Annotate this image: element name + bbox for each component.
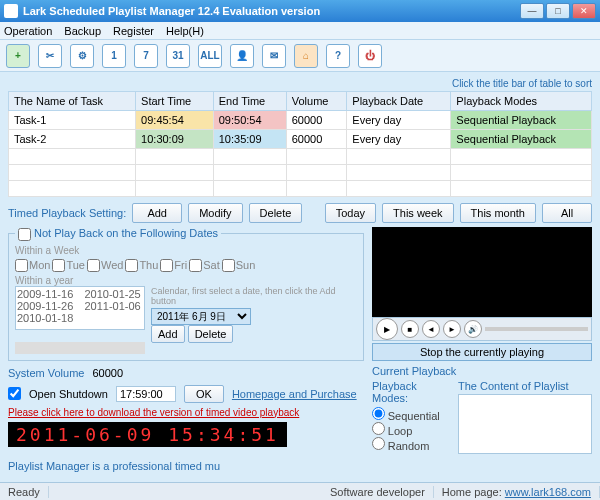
menu-operation[interactable]: Operation bbox=[4, 25, 52, 37]
digital-clock: 2011-06-09 15:34:51 bbox=[8, 422, 287, 447]
withinweek-label: Within a Week bbox=[15, 245, 357, 256]
cut-icon[interactable]: ✂ bbox=[38, 44, 62, 68]
close-button[interactable]: ✕ bbox=[572, 3, 596, 19]
home-icon[interactable]: ⌂ bbox=[294, 44, 318, 68]
curpb-label: Current Playback bbox=[372, 365, 456, 377]
volume-slider[interactable] bbox=[485, 327, 588, 331]
col-name[interactable]: The Name of Task bbox=[9, 92, 136, 111]
all-button[interactable]: All bbox=[542, 203, 592, 223]
wed-checkbox[interactable] bbox=[87, 259, 100, 272]
col-end[interactable]: End Time bbox=[213, 92, 286, 111]
mail-icon[interactable]: ✉ bbox=[262, 44, 286, 68]
maximize-button[interactable]: □ bbox=[546, 3, 570, 19]
media-controls: ▶ ■ ◄ ► 🔊 bbox=[372, 317, 592, 341]
homepage-link[interactable]: Homepage and Purchase bbox=[232, 388, 357, 400]
window-title: Lark Scheduled Playlist Manager 12.4 Eva… bbox=[23, 5, 520, 17]
week-button[interactable]: This week bbox=[382, 203, 454, 223]
menu-backup[interactable]: Backup bbox=[64, 25, 101, 37]
day31-icon[interactable]: 31 bbox=[166, 44, 190, 68]
toolbar: + ✂ ⚙ 1 7 31 ALL 👤 ✉ ⌂ ? ⏻ bbox=[0, 40, 600, 72]
add-button[interactable]: Add bbox=[132, 203, 182, 223]
tps-label: Timed Playback Setting: bbox=[8, 207, 126, 219]
today-button[interactable]: Today bbox=[325, 203, 376, 223]
sysvol-value: 60000 bbox=[92, 367, 123, 379]
sat-checkbox[interactable] bbox=[189, 259, 202, 272]
pbmodes-label: Playback Modes: bbox=[372, 380, 452, 404]
col-start[interactable]: Start Time bbox=[136, 92, 214, 111]
calendar-note: Calendar, first select a date, then clic… bbox=[151, 286, 357, 306]
col-pmode[interactable]: Playback Modes bbox=[451, 92, 592, 111]
tue-checkbox[interactable] bbox=[52, 259, 65, 272]
statusbar: Ready Software developer Home page: www.… bbox=[0, 482, 600, 500]
video-preview bbox=[372, 227, 592, 317]
status-url[interactable]: www.lark168.com bbox=[505, 486, 591, 498]
stop-media-button[interactable]: ■ bbox=[401, 320, 419, 338]
status-dev: Software developer bbox=[322, 486, 434, 498]
col-pdate[interactable]: Playback Date bbox=[347, 92, 451, 111]
table-row[interactable]: Task-2 10:30:09 10:35:09 60000 Every day… bbox=[9, 130, 592, 149]
thu-checkbox[interactable] bbox=[125, 259, 138, 272]
delete-button[interactable]: Delete bbox=[249, 203, 303, 223]
settings-icon[interactable]: ⚙ bbox=[70, 44, 94, 68]
mute-button[interactable]: 🔊 bbox=[464, 320, 482, 338]
menubar: Operation Backup Register Help(H) bbox=[0, 22, 600, 40]
titlebar: Lark Scheduled Playlist Manager 12.4 Eva… bbox=[0, 0, 600, 22]
minimize-button[interactable]: — bbox=[520, 3, 544, 19]
task-table: The Name of Task Start Time End Time Vol… bbox=[8, 91, 592, 197]
col-vol[interactable]: Volume bbox=[286, 92, 347, 111]
modify-button[interactable]: Modify bbox=[188, 203, 242, 223]
loop-radio[interactable] bbox=[372, 422, 385, 435]
sort-hint: Click the title bar of table to sort bbox=[8, 78, 592, 89]
day7-icon[interactable]: 7 bbox=[134, 44, 158, 68]
next-button[interactable]: ► bbox=[443, 320, 461, 338]
help-icon[interactable]: ? bbox=[326, 44, 350, 68]
add-icon[interactable]: + bbox=[6, 44, 30, 68]
date-list[interactable]: 2009-11-16 2010-01-25 2009-11-26 2011-01… bbox=[15, 286, 145, 330]
table-row[interactable]: Task-1 09:45:54 09:50:54 60000 Every day… bbox=[9, 111, 592, 130]
notplay-fieldset: Not Play Back on the Following Dates Wit… bbox=[8, 227, 364, 361]
cal-add-button[interactable]: Add bbox=[151, 325, 185, 343]
date-scrollbar[interactable] bbox=[15, 342, 145, 354]
seq-radio[interactable] bbox=[372, 407, 385, 420]
ok-button[interactable]: OK bbox=[184, 385, 224, 403]
shutdown-time-input[interactable] bbox=[116, 386, 176, 402]
marquee-text: Playlist Manager is a professional timed… bbox=[8, 460, 592, 472]
plcontent-label: The Content of Playlist bbox=[458, 380, 592, 392]
stop-current-button[interactable]: Stop the currently playing bbox=[372, 343, 592, 361]
cal-delete-button[interactable]: Delete bbox=[188, 325, 234, 343]
play-button[interactable]: ▶ bbox=[376, 318, 398, 340]
fri-checkbox[interactable] bbox=[160, 259, 173, 272]
mon-checkbox[interactable] bbox=[15, 259, 28, 272]
menu-register[interactable]: Register bbox=[113, 25, 154, 37]
day1-icon[interactable]: 1 bbox=[102, 44, 126, 68]
playlist-content[interactable] bbox=[458, 394, 592, 454]
calendar-select[interactable]: 2011年 6月 9日 bbox=[151, 308, 251, 325]
app-icon bbox=[4, 4, 18, 18]
status-ready: Ready bbox=[0, 486, 49, 498]
month-button[interactable]: This month bbox=[460, 203, 536, 223]
notplay-checkbox[interactable] bbox=[18, 228, 31, 241]
prev-button[interactable]: ◄ bbox=[422, 320, 440, 338]
withinyear-label: Within a year bbox=[15, 275, 357, 286]
download-link[interactable]: Please click here to download the versio… bbox=[8, 407, 364, 418]
random-radio[interactable] bbox=[372, 437, 385, 450]
menu-help[interactable]: Help(H) bbox=[166, 25, 204, 37]
user-icon[interactable]: 👤 bbox=[230, 44, 254, 68]
sysvol-label: System Volume bbox=[8, 367, 84, 379]
openshutdown-checkbox[interactable] bbox=[8, 387, 21, 400]
power-icon[interactable]: ⏻ bbox=[358, 44, 382, 68]
all-icon[interactable]: ALL bbox=[198, 44, 222, 68]
sun-checkbox[interactable] bbox=[222, 259, 235, 272]
